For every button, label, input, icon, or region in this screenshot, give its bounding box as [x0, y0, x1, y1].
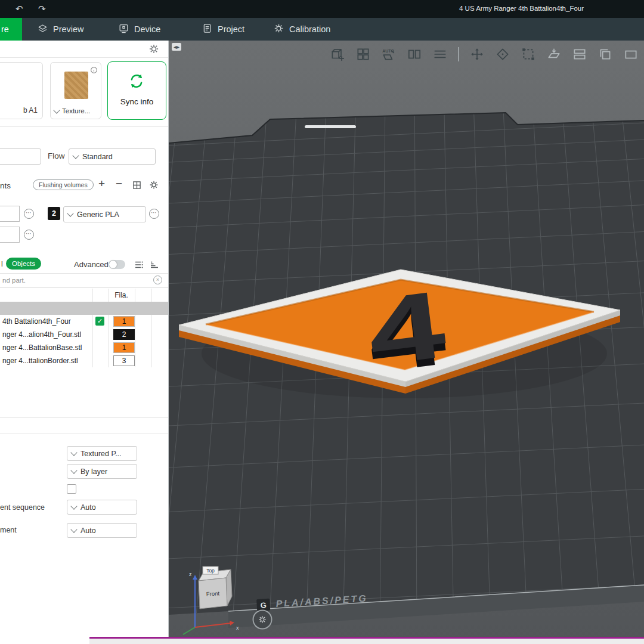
filament2-index-badge[interactable]: 2 — [48, 207, 60, 220]
plate-texture-card[interactable]: Texture... — [50, 62, 101, 119]
divider — [0, 417, 168, 418]
printer-card[interactable]: b A1 — [0, 62, 43, 119]
table-row[interactable]: nger 4...ttalionBorder.stl 3 — [0, 354, 168, 367]
x-axis-label: x — [236, 625, 239, 631]
filament3-color-swatch[interactable] — [0, 227, 20, 243]
add-plate-icon[interactable] — [330, 47, 345, 62]
printer-settings-gear-icon[interactable] — [148, 43, 160, 55]
viewport-canvas[interactable]: G PLA/ABS/PETG 4 4 — [169, 41, 644, 644]
main-tab-bar: re Preview Device Project — [0, 18, 644, 41]
redo-icon[interactable]: ↷ — [38, 4, 46, 14]
split-icon[interactable] — [407, 47, 422, 62]
table-row[interactable]: nger 4...BattalionBase.stl 1 — [0, 341, 168, 354]
chevron-down-icon — [70, 449, 77, 456]
flow-label: Flow — [48, 151, 65, 160]
texture-thumbnail — [64, 72, 88, 99]
tab-device[interactable]: Device — [118, 18, 160, 41]
object-visible-checkbox[interactable]: ✓ — [95, 317, 104, 326]
clear-search-icon[interactable]: × — [153, 275, 162, 284]
svg-text:4: 4 — [362, 271, 451, 386]
arrange-icon[interactable] — [355, 47, 371, 62]
flush-matrix-icon[interactable] — [132, 180, 142, 193]
filament-badge[interactable]: 3 — [113, 355, 135, 366]
flushing-volumes-button[interactable]: Flushing volumes — [33, 179, 94, 190]
scale-icon[interactable] — [521, 47, 536, 62]
tab-preview[interactable]: Preview — [37, 18, 84, 41]
filaments-header: nts — [0, 181, 11, 190]
tab-device-label: Device — [134, 24, 160, 34]
object-name: 4th Battalion4th_Four — [2, 315, 71, 328]
filament1-options-icon[interactable]: ⋯ — [24, 209, 34, 219]
process-checkbox[interactable] — [67, 484, 76, 494]
info-icon[interactable] — [90, 66, 98, 76]
arrangement-value: Auto — [80, 527, 96, 535]
printer-name: b A1 — [23, 106, 38, 114]
plate-type-dropdown[interactable]: Textured P... — [67, 446, 137, 461]
device-icon — [118, 23, 129, 36]
tab-calibration[interactable]: Calibration — [273, 18, 330, 41]
calibration-gear-icon — [273, 23, 284, 36]
filament1-color-swatch[interactable] — [0, 206, 20, 222]
sequence-dropdown[interactable]: Auto — [67, 500, 137, 515]
tab-objects[interactable]: Objects — [6, 258, 41, 270]
nav-cube[interactable]: Top Front — [199, 566, 232, 609]
undo-icon[interactable]: ↶ — [16, 4, 23, 14]
tab-project-label: Project — [218, 24, 244, 34]
sequence-label: ent sequence — [0, 503, 45, 512]
mode-value: By layer — [80, 467, 107, 476]
add-filament-icon[interactable]: + — [98, 177, 105, 190]
arrangement-dropdown[interactable]: Auto — [67, 523, 137, 538]
rotate-icon[interactable] — [495, 47, 510, 62]
search-text: nd part. — [2, 277, 26, 284]
divider — [0, 434, 168, 434]
filament3-options-icon[interactable]: ⋯ — [24, 230, 34, 240]
advanced-toggle[interactable] — [109, 260, 125, 269]
tab-project[interactable]: Project — [202, 18, 244, 41]
mode-dropdown[interactable]: By layer — [67, 464, 137, 479]
flow-value: Standard — [82, 153, 113, 161]
filament-badge[interactable]: 2 — [113, 329, 135, 340]
rows-icon[interactable] — [572, 47, 587, 62]
auto-orient-icon[interactable]: AUTO — [381, 47, 397, 62]
layer-lines-icon[interactable] — [432, 47, 448, 62]
filament-badge[interactable]: 1 — [113, 316, 135, 327]
clone-icon[interactable] — [597, 47, 613, 62]
lay-flat-icon[interactable] — [546, 47, 562, 62]
remove-filament-icon[interactable]: − — [116, 177, 122, 190]
nav-cube-front-label: Front — [206, 590, 219, 597]
filament2-options-icon[interactable]: ⋯ — [149, 209, 159, 219]
nozzle-field[interactable] — [0, 148, 41, 165]
filament-badge[interactable]: 1 — [113, 342, 135, 353]
viewport-settings-button[interactable] — [253, 611, 272, 629]
flow-dropdown[interactable]: Standard — [69, 148, 156, 165]
toolbar-separator — [458, 47, 459, 61]
sync-info-button[interactable]: Sync info — [107, 61, 166, 120]
list-view-icon[interactable] — [134, 259, 144, 273]
tab-preview-label: Preview — [53, 24, 84, 34]
object-name: nger 4...alion4th_Four.stl — [2, 328, 81, 341]
left-sidebar: b A1 Texture... Sync info — [0, 41, 169, 644]
texture-label: Texture... — [62, 107, 90, 114]
project-icon — [202, 23, 213, 36]
plate-row-selected[interactable] — [0, 302, 168, 315]
move-icon[interactable] — [469, 47, 485, 62]
filament2-material-dropdown[interactable]: Generic PLA — [63, 206, 146, 222]
tab-prepare[interactable]: re — [0, 18, 22, 41]
table-header: Fila. — [0, 289, 168, 302]
variable-layer-icon[interactable] — [149, 259, 160, 273]
bed-slot — [305, 125, 356, 128]
table-row[interactable]: nger 4...alion4th_Four.stl 2 — [0, 328, 168, 341]
search-input[interactable]: nd part. × — [0, 274, 168, 288]
table-row[interactable]: 4th Battalion4th_Four ✓ 1 — [0, 315, 168, 328]
cut-off-icon[interactable] — [623, 47, 639, 62]
app-window: ↶ ↷ 4 US Army Ranger 4th Battalion4th_Fo… — [0, 0, 644, 644]
model-number[interactable]: 4 — [362, 271, 451, 386]
global-tab-partial[interactable]: l — [1, 260, 3, 268]
viewport-3d[interactable]: G PLA/ABS/PETG 4 4 — [169, 41, 644, 644]
sidebar-collapse-handle[interactable]: ◂▸ — [172, 43, 181, 51]
sync-icon — [128, 72, 145, 92]
object-name: nger 4...ttalionBorder.stl — [2, 354, 78, 367]
preview-icon — [37, 23, 48, 36]
chevron-down-icon — [67, 210, 73, 216]
filament-settings-gear-icon[interactable] — [148, 179, 159, 190]
